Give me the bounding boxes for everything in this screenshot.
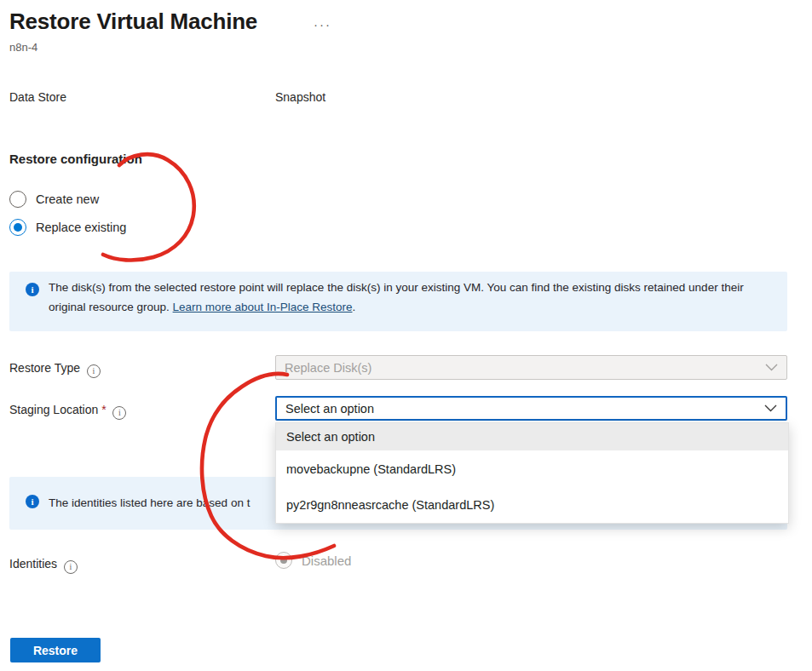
chevron-down-icon — [764, 404, 777, 412]
staging-location-listbox: Select an option movebackupne (StandardL… — [275, 422, 789, 524]
identities-disabled-label: Disabled — [302, 553, 351, 568]
red-annotation-overlay — [0, 0, 812, 671]
restore-type-value: Replace Disk(s) — [285, 361, 371, 375]
restore-button[interactable]: Restore — [10, 638, 101, 662]
learn-more-link[interactable]: Learn more about In-Place Restore — [173, 301, 353, 313]
restore-vm-page: Restore Virtual Machine ··· n8n-4 Select… — [0, 0, 812, 671]
overflow-menu-icon[interactable]: ··· — [314, 17, 331, 32]
info-icon: i — [26, 283, 39, 296]
restore-type-info-icon[interactable]: i — [87, 364, 101, 378]
info-banner-identities-text: The identities listed here are based on … — [49, 493, 250, 513]
page-title: Restore Virtual Machine — [9, 9, 257, 35]
restore-type-label: Restore Type i — [9, 361, 101, 378]
option-py2r9gn8nneasrcache[interactable]: py2r9gn8nneasrcache (StandardLRS) — [276, 487, 788, 523]
radio-circle-selected-icon[interactable] — [9, 219, 26, 236]
red-circle-annotation — [103, 154, 194, 260]
info-banner-replace: i The disk(s) from the selected restore … — [9, 272, 787, 331]
required-asterisk: * — [101, 403, 106, 416]
data-store-value: Snapshot — [275, 90, 325, 104]
banner-text-after: . — [352, 301, 355, 313]
chevron-down-icon — [765, 364, 778, 371]
banner-text-before: The disk(s) from the selected restore po… — [49, 281, 744, 313]
identities-label: Identities i — [9, 557, 78, 574]
radio-identities-disabled: Disabled — [275, 552, 351, 569]
radio-replace-existing[interactable]: Replace existing — [9, 219, 126, 236]
option-select-an-option[interactable]: Select an option — [276, 423, 788, 450]
info-icon: i — [26, 495, 39, 508]
radio-create-new-label: Create new — [36, 192, 99, 206]
staging-location-info-icon[interactable]: i — [112, 406, 126, 420]
radio-circle-icon[interactable] — [9, 191, 26, 208]
staging-location-dropdown[interactable]: Select an option — [275, 396, 787, 421]
staging-location-label: Staging Location * i — [9, 403, 126, 420]
radio-replace-existing-label: Replace existing — [36, 221, 126, 234]
restore-configuration-heading: Restore configuration — [9, 152, 142, 166]
radio-circle-disabled-icon — [275, 552, 292, 569]
page-subtitle: n8n-4 — [9, 41, 37, 54]
radio-create-new[interactable]: Create new — [9, 191, 99, 208]
identities-info-icon[interactable]: i — [64, 560, 78, 574]
data-store-label: Data Store — [9, 90, 66, 104]
staging-location-value: Select an option — [285, 402, 374, 416]
info-banner-replace-text: The disk(s) from the selected restore po… — [49, 278, 783, 317]
clipped-scrolled-value: Select — [275, 50, 326, 68]
option-movebackupne[interactable]: movebackupne (StandardLRS) — [276, 450, 788, 487]
restore-type-dropdown: Replace Disk(s) — [275, 355, 787, 380]
